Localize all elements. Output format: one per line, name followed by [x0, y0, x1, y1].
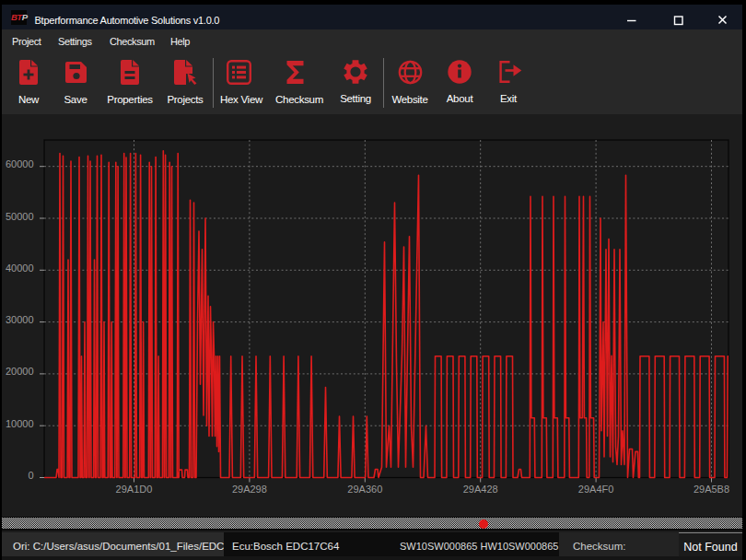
- svg-text:60000: 60000: [6, 158, 34, 169]
- svg-text:30000: 30000: [6, 314, 34, 325]
- svg-text:29A298: 29A298: [232, 484, 267, 495]
- svg-text:29A5B8: 29A5B8: [694, 484, 729, 495]
- svg-text:29A360: 29A360: [347, 484, 382, 495]
- svg-text:0: 0: [28, 470, 33, 481]
- svg-text:10000: 10000: [6, 418, 34, 429]
- svg-text:29A1D0: 29A1D0: [116, 484, 153, 495]
- svg-text:20000: 20000: [6, 366, 34, 377]
- svg-text:40000: 40000: [6, 262, 34, 274]
- svg-text:29A4F0: 29A4F0: [578, 484, 614, 495]
- svg-text:29A428: 29A428: [463, 484, 498, 495]
- svg-text:50000: 50000: [6, 211, 34, 222]
